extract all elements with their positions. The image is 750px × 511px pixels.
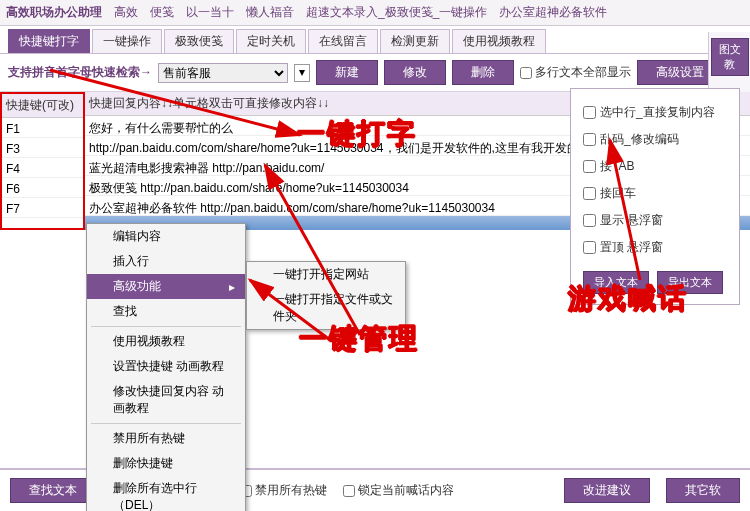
ctx-find[interactable]: 查找 [87,299,245,324]
search-select[interactable]: 售前客服 [158,63,288,83]
menu-item[interactable]: 超速文本录入_极致便笺_一键操作 [306,4,487,21]
context-menu: 编辑内容 插入行 高级功能▸ 查找 使用视频教程 设置快捷键 动画教程 修改快捷… [86,223,246,511]
find-text-button[interactable]: 查找文本 [10,478,96,503]
ctx-mod-anim[interactable]: 修改快捷回复内容 动画教程 [87,379,245,421]
tabbar: 快捷键打字 一键操作 极致便笺 定时关机 在线留言 检测更新 使用视频教程 [0,26,750,54]
sub-open-site[interactable]: 一键打开指定网站 [247,262,405,287]
menubar: 高效职场办公助理 高效 便笺 以一当十 懒人福音 超速文本录入_极致便笺_一键操… [0,0,750,26]
hotkey-cell[interactable]: F3 [2,138,83,158]
delete-button[interactable]: 删除 [452,60,514,85]
opt-copy[interactable]: 选中行_直接复制内容 [583,99,727,126]
separator [91,326,241,327]
hotkey-cell[interactable]: F1 [2,118,83,138]
ctx-advanced[interactable]: 高级功能▸ [87,274,245,299]
hotkey-cell[interactable]: F4 [2,158,83,178]
tab-hotkey-typing[interactable]: 快捷键打字 [8,29,90,53]
tab-message[interactable]: 在线留言 [308,29,378,53]
ctx-disable[interactable]: 禁用所有热键 [87,426,245,451]
tab-oneclick[interactable]: 一键操作 [92,29,162,53]
other-software-button[interactable]: 其它软 [666,478,740,503]
ctx-del-hotkey[interactable]: 删除快捷键 [87,451,245,476]
multiline-checkbox[interactable]: 多行文本全部显示 [520,64,631,81]
ctx-edit[interactable]: 编辑内容 [87,224,245,249]
suggest-button[interactable]: 改进建议 [564,478,650,503]
hotkey-column: 快捷键(可改) F1 F3 F4 F6 F7 [0,92,85,230]
tab-update[interactable]: 检测更新 [380,29,450,53]
menu-item[interactable]: 高效 [114,4,138,21]
toolbar: 支持拼音首字母快速检索→ 售前客服 ▾ 新建 修改 删除 多行文本全部显示 高级… [0,54,750,92]
export-button[interactable]: 导出文本 [657,271,723,294]
search-label: 支持拼音首字母快速检索→ [8,64,152,81]
menu-item[interactable]: 办公室超神必备软件 [499,4,607,21]
hotkey-header: 快捷键(可改) [2,94,83,118]
sub-open-file[interactable]: 一键打开指定文件或文件夹 [247,287,405,329]
dropdown-arrow-icon[interactable]: ▾ [294,64,310,82]
opt-float[interactable]: 显示 悬浮窗 [583,207,727,234]
chevron-right-icon: ▸ [229,280,235,294]
hotkey-cell[interactable]: F6 [2,178,83,198]
tab-shutdown[interactable]: 定时关机 [236,29,306,53]
menu-item[interactable]: 懒人福音 [246,4,294,21]
import-button[interactable]: 导入文本 [583,271,649,294]
ctx-video[interactable]: 使用视频教程 [87,329,245,354]
lock-content-checkbox[interactable]: 锁定当前喊话内容 [343,482,454,499]
menu-item[interactable]: 便笺 [150,4,174,21]
hotkey-cell[interactable]: F7 [2,198,83,218]
context-submenu: 一键打开指定网站 一键打开指定文件或文件夹 [246,261,406,330]
tab-notes[interactable]: 极致便笺 [164,29,234,53]
new-button[interactable]: 新建 [316,60,378,85]
edit-button[interactable]: 修改 [384,60,446,85]
disable-hotkeys-checkbox[interactable]: 禁用所有热键 [240,482,327,499]
opt-encoding[interactable]: 乱码_修改编码 [583,126,727,153]
ctx-del-rows[interactable]: 删除所有选中行（DEL） [87,476,245,511]
menu-item[interactable]: 以一当十 [186,4,234,21]
separator [91,423,241,424]
opt-tab[interactable]: 接TAB [583,153,727,180]
tab-video[interactable]: 使用视频教程 [452,29,546,53]
menu-item[interactable]: 高效职场办公助理 [6,4,102,21]
opt-enter[interactable]: 接回车 [583,180,727,207]
image-tutorial-button[interactable]: 图文教 [711,38,749,76]
opt-top[interactable]: 置顶 悬浮窗 [583,234,727,261]
advanced-panel: 选中行_直接复制内容 乱码_修改编码 接TAB 接回车 显示 悬浮窗 置顶 悬浮… [570,88,740,305]
ctx-set-anim[interactable]: 设置快捷键 动画教程 [87,354,245,379]
ctx-insert[interactable]: 插入行 [87,249,245,274]
